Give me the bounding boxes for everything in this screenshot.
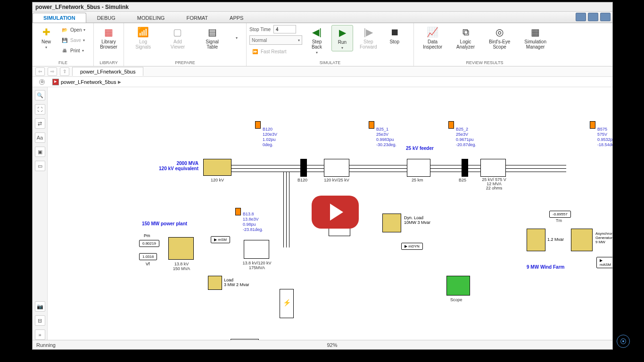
bus-flag-b25-2[interactable] <box>448 121 454 129</box>
bus-flag-b25-1[interactable] <box>369 121 374 129</box>
bus-flag-b120[interactable] <box>255 121 261 129</box>
async-gen-block[interactable] <box>571 229 593 251</box>
group-library: ▦ Library Browser LIBRARY <box>94 23 124 66</box>
powergui-block[interactable]: Phasor 60 Hz <box>231 339 259 340</box>
qa-button-1[interactable] <box>576 13 586 21</box>
qa-button-3[interactable] <box>600 13 611 21</box>
area-icon[interactable]: ▭ <box>35 161 45 171</box>
model-icon <box>52 79 59 85</box>
grid-icon: ▦ <box>529 26 542 38</box>
breadcrumb-bar: ⊙ power_LFnetwork_5bus ▶ <box>33 77 612 87</box>
birds-eye-button[interactable]: ◎Bird's-Eye Scope <box>486 25 513 50</box>
save-icon: 💾 <box>61 36 68 44</box>
step-back-button[interactable]: ◀|Step Back▾ <box>306 25 328 56</box>
group-file: ✚ New ▾ 📂Open▾ 💾Save▾ 🖶Print▾ FILE <box>33 23 94 66</box>
tab-modeling[interactable]: MODELING <box>126 13 176 23</box>
status-text: Running <box>36 342 56 348</box>
new-icon: ✚ <box>40 26 52 38</box>
fast-restart-button[interactable]: ⏩Fast Restart <box>249 47 302 56</box>
mdyn-tag[interactable]: ▶ mDYN <box>401 243 423 250</box>
step-forward-icon: |▶ <box>362 26 374 38</box>
source-block[interactable] <box>203 159 231 176</box>
canvas-area: 🔍 ⛶ ⇄ Aa ▣ ▭ 📷 ⊟ » 2000 MVA 120 kV equiv… <box>33 87 612 340</box>
model-browser-toggle[interactable]: ⊙ <box>39 79 45 85</box>
xfmr-120-25[interactable] <box>324 159 349 177</box>
simulink-window: power_LFnetwork_5bus - Simulink SIMULATI… <box>32 2 613 350</box>
cap-block[interactable] <box>527 229 545 251</box>
zoom-icon[interactable]: 🔍 <box>35 90 45 100</box>
run-button[interactable]: ▶Run▾ <box>331 25 353 51</box>
save-button[interactable]: 💾Save▾ <box>59 35 87 45</box>
fault-block[interactable]: ⚡ <box>280 289 294 318</box>
scope-block[interactable] <box>446 276 470 296</box>
data-inspector-button[interactable]: 📈Data Inspector <box>420 25 445 50</box>
table-icon: ▤ <box>206 26 218 38</box>
prepare-expand[interactable]: ▾ <box>236 36 238 40</box>
tm-const[interactable]: -0.89557 <box>549 211 571 218</box>
bus-b25[interactable] <box>462 159 468 177</box>
tab-apps[interactable]: APPS <box>219 13 254 23</box>
nav-up-button[interactable]: ⇧ <box>60 67 69 76</box>
screenshot-icon[interactable]: 📷 <box>35 301 45 312</box>
video-play-icon[interactable] <box>312 196 359 229</box>
image-icon[interactable]: ▣ <box>35 147 45 157</box>
window-title: power_LFnetwork_5bus - Simulink <box>35 4 129 10</box>
qa-button-2[interactable] <box>588 13 598 21</box>
chevron-down-icon: ▾ <box>45 45 47 49</box>
step-back-icon: ◀| <box>311 26 323 38</box>
dyn-load-block[interactable] <box>382 214 401 232</box>
add-viewer-button[interactable]: ▢Add Viewer <box>167 25 189 50</box>
open-button[interactable]: 📂Open▾ <box>59 25 87 34</box>
vf-const[interactable]: 1.0316 <box>139 253 157 260</box>
eye-icon: ◎ <box>494 26 506 38</box>
sim-manager-button[interactable]: ▦Simulation Manager <box>521 25 549 50</box>
stop-button[interactable]: ⏹Stop <box>384 25 405 45</box>
logic-icon: ⧉ <box>460 26 472 38</box>
crumb-root[interactable]: power_LFnetwork_5bus <box>61 79 116 85</box>
bus-flag-b575[interactable] <box>590 121 595 129</box>
wifi-icon: 📶 <box>137 26 149 38</box>
step-forward-button[interactable]: |▶Step Forward <box>357 25 380 50</box>
fastforward-icon: ⏩ <box>251 48 259 55</box>
simulation-mode-select[interactable]: Normal▾ <box>249 35 302 45</box>
record-icon[interactable]: ⊟ <box>35 315 45 326</box>
logic-analyzer-button[interactable]: ⧉Logic Analyzer <box>454 25 478 50</box>
bus-b120[interactable] <box>300 159 307 177</box>
model-tab[interactable]: power_LFnetwork_5bus <box>72 67 143 76</box>
stoptime-input[interactable] <box>273 25 296 33</box>
model-canvas[interactable]: 2000 MVA 120 kV equivalent 120 kV B12012… <box>48 87 612 340</box>
xfmr-25-575[interactable] <box>480 159 506 177</box>
expand-icon[interactable]: » <box>35 329 45 340</box>
arrows-icon[interactable]: ⇄ <box>35 118 45 129</box>
signal-table-button[interactable]: ▤Signal Table <box>201 25 223 50</box>
quick-access <box>576 13 611 21</box>
feeder-block[interactable] <box>407 159 430 177</box>
print-button[interactable]: 🖶Print▾ <box>59 46 87 55</box>
bus-b138-data: B13.813.8e3V0.98pu-23.81deg. <box>243 212 263 232</box>
tab-debug[interactable]: DEBUG <box>86 13 126 23</box>
tab-format[interactable]: FORMAT <box>175 13 219 23</box>
log-signals-button[interactable]: 📶Log Signals <box>132 25 154 50</box>
explorer-bar: ⇦ ⇨ ⇧ power_LFnetwork_5bus <box>33 66 612 77</box>
sync-gen-block[interactable] <box>168 237 194 260</box>
fit-icon[interactable]: ⛶ <box>35 104 45 115</box>
msm-tag[interactable]: ▶ mSM <box>211 236 230 243</box>
tab-simulation[interactable]: SIMULATION <box>33 13 86 23</box>
group-simulate: Stop Time Normal▾ ⏩Fast Restart ◀|Step B… <box>247 23 414 66</box>
bus-flag-b138[interactable] <box>235 208 241 215</box>
pm-const[interactable]: 0.80219 <box>139 240 159 247</box>
masm-tag[interactable]: ▶ mASM <box>596 257 612 268</box>
library-icon: ▦ <box>103 26 115 38</box>
stop-icon: ⏹ <box>388 26 401 38</box>
xfmr-138-120[interactable] <box>244 240 269 259</box>
library-browser-button[interactable]: ▦ Library Browser <box>97 25 121 50</box>
bus-b25-1-data: B25_125e3V0.9983pu-30.23deg. <box>376 127 396 148</box>
new-button[interactable]: ✚ New ▾ <box>35 25 57 50</box>
ribbon: ✚ New ▾ 📂Open▾ 💾Save▾ 🖶Print▾ FILE ▦ Lib… <box>33 23 612 66</box>
load-block[interactable] <box>208 276 222 290</box>
annotate-icon[interactable]: Aa <box>35 132 45 143</box>
print-icon: 🖶 <box>61 47 68 54</box>
bus-b25-2-data: B25_225e3V0.9671pu-20.87deg. <box>456 127 476 148</box>
nav-back-button[interactable]: ⇦ <box>35 67 45 76</box>
nav-forward-button[interactable]: ⇨ <box>48 67 57 76</box>
